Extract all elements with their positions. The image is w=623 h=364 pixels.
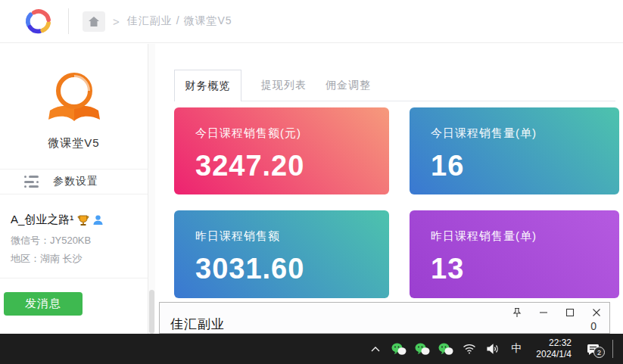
show-desktop-button[interactable] [612,340,613,358]
tab-commission-adjust[interactable]: 佣金调整 [318,70,378,101]
sidebar-item-label: 参数设置 [53,175,98,188]
notification-center-button[interactable]: 2 [583,340,603,358]
taskbar-date: 2024/1/4 [536,349,572,360]
card-value: 16 [431,150,598,182]
user-region: 地区：湖南 长沙 [11,252,148,266]
popup-corner-value: 0 [590,320,597,332]
breadcrumb[interactable]: 佳汇副业 / 微课堂V5 [127,14,232,28]
top-header: > 佳汇副业 / 微课堂V5 [0,0,623,43]
user-wechat-id: 微信号：JY520KB [11,234,148,247]
home-button[interactable] [83,11,105,32]
page-scrollbar[interactable] [148,44,155,334]
send-message-button[interactable]: 发消息 [4,292,83,316]
card-title: 昨日课程销售额 [195,229,368,244]
app-logo-swirl-icon [23,5,55,37]
list-settings-icon [24,176,39,188]
card-value: 3031.60 [195,253,368,285]
scrollbar-thumb[interactable] [149,290,154,334]
card-yesterday-sales-amount: 昨日课程销售额 3031.60 [174,210,389,298]
card-title: 今日课程销售量(单) [431,126,598,141]
notification-badge: 2 [593,347,605,358]
ime-indicator[interactable]: 中 [508,342,525,356]
sidebar-app-name: 微课堂V5 [0,136,148,151]
volume-icon[interactable] [484,340,501,358]
card-title: 昨日课程销售量(单) [431,229,598,244]
taskbar-time: 22:32 [536,338,572,349]
maximize-button[interactable] [565,307,575,318]
card-value: 3247.20 [195,150,368,182]
minimize-button[interactable] [538,307,549,318]
popup-window-title: 佳汇副业 [170,316,225,333]
card-title: 今日课程销售额(元) [195,126,368,141]
chevron-up-icon[interactable] [367,340,384,358]
tab-bar: 财务概览 提现列表 佣金调整 [174,70,615,101]
header-divider [68,8,69,34]
course-app-logo-icon [44,71,104,127]
popup-window: 佳汇副业 0 [159,302,610,334]
popup-window-controls [512,307,602,318]
user-name: A_创业之路¹ [11,213,73,227]
sidebar: 微课堂V5 参数设置 A_创业之路¹ [0,44,148,334]
pin-icon[interactable] [512,307,522,318]
wechat-icon[interactable] [438,340,454,358]
sidebar-item-settings[interactable]: 参数设置 [0,169,148,194]
screen: > 佳汇副业 / 微课堂V5 微课堂V5 参数设置 A_创业之路¹ [0,0,623,364]
card-value: 13 [431,253,598,285]
wechat-icon[interactable] [391,340,407,358]
sidebar-divider [0,278,148,278]
user-info-block: A_创业之路¹ 微信号：JY520KB 地区：湖南 长沙 [0,194,148,266]
wifi-icon[interactable] [461,340,478,358]
breadcrumb-chevron-icon: > [113,15,120,28]
card-today-sales-count: 今日课程销售量(单) 16 [410,107,619,194]
main-content: 财务概览 提现列表 佣金调整 今日课程销售额(元) 3247.20 今日课程销售… [155,44,623,334]
wechat-icon[interactable] [414,340,431,358]
tab-withdraw-list[interactable]: 提现列表 [254,70,314,101]
card-today-sales-amount: 今日课程销售额(元) 3247.20 [174,107,389,194]
system-tray: 中 22:32 2024/1/4 2 [367,338,623,360]
card-yesterday-sales-count: 昨日课程销售量(单) 13 [410,210,619,298]
home-icon [88,16,100,27]
tab-finance-overview[interactable]: 财务概览 [174,70,241,101]
close-button[interactable] [591,307,602,318]
windows-taskbar: 中 22:32 2024/1/4 2 [0,334,623,364]
person-icon [93,215,103,226]
taskbar-clock[interactable]: 22:32 2024/1/4 [531,338,576,360]
trophy-icon [77,214,89,226]
